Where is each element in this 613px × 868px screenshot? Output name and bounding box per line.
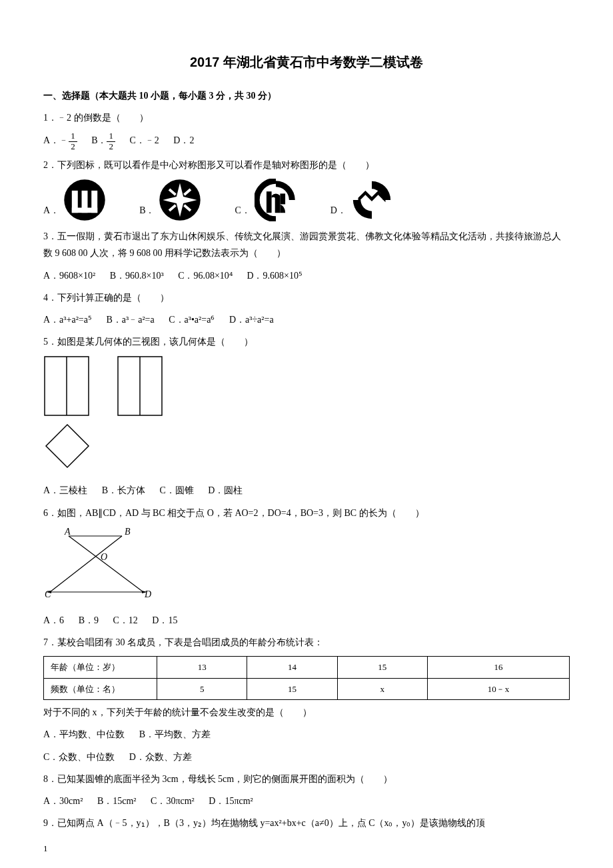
three-views-figure xyxy=(43,355,570,417)
side-view-icon xyxy=(117,355,163,417)
question-6-stem: 6．如图，AB∥CD，AD 与 BC 相交于点 O，若 AO=2，DO=4，BO… xyxy=(43,505,570,521)
option-a: A．平均数、中位数 xyxy=(43,726,125,743)
option-c: C．96.08×10⁴ xyxy=(178,267,233,284)
exam-title: 2017 年湖北省黄石市中考数学二模试卷 xyxy=(43,50,570,74)
option-b: B．9 xyxy=(79,612,99,629)
question-7-options-line1: A．平均数、中位数 B．平均数、方差 xyxy=(43,726,570,743)
option-b: B．12 xyxy=(91,131,115,151)
freq-cell: 15 xyxy=(247,678,337,699)
option-a-prefix: A．﹣ xyxy=(43,135,69,145)
freq-cell: x xyxy=(337,678,427,699)
top-view-figure xyxy=(43,422,570,475)
option-c-label: C． xyxy=(235,202,250,221)
front-view-icon xyxy=(43,355,90,417)
option-b: B．960.8×10³ xyxy=(110,267,164,284)
option-c: C．﹣2 xyxy=(129,132,159,149)
option-d: D．圆柱 xyxy=(208,482,243,499)
question-7-stem: 7．某校合唱团有 30 名成员，下表是合唱团成员的年龄分布统计表： xyxy=(43,634,570,651)
triangle-intersection-icon: A B C D O xyxy=(43,527,157,600)
option-d: D．9.608×10⁵ xyxy=(247,267,303,284)
logo-d-icon xyxy=(350,179,393,221)
freq-cell: 10﹣x xyxy=(428,678,570,699)
table-row: 频数（单位：名） 5 15 x 10﹣x xyxy=(44,678,570,699)
question-8-options: A．30cm² B．15cm² C．30πcm² D．15πcm² xyxy=(43,793,570,809)
option-a: A．30cm² xyxy=(43,793,83,809)
question-1-options: A．﹣12 B．12 C．﹣2 D．2 xyxy=(43,131,570,151)
top-view-diamond-icon xyxy=(43,422,91,470)
question-6-figure: A B C D O xyxy=(43,527,570,605)
option-c: C．众数、中位数 xyxy=(43,749,115,765)
question-7-tail: 对于不同的 x，下列关于年龄的统计量不会发生改变的是（ ） xyxy=(43,704,570,721)
row1-label: 年龄（单位：岁） xyxy=(44,657,157,678)
section-1-header: 一、选择题（本大题共 10 小题，每小题 3 分，共 30 分） xyxy=(43,87,570,104)
page-number: 1 xyxy=(43,841,570,856)
svg-rect-6 xyxy=(267,191,272,213)
age-cell: 13 xyxy=(157,657,247,678)
question-2-stem: 2．下列图标，既可以看作是中心对称图形又可以看作是轴对称图形的是（ ） xyxy=(43,157,570,173)
fraction-icon: 12 xyxy=(69,131,77,151)
option-c: C．12 xyxy=(113,612,137,629)
label-b: B xyxy=(125,527,131,537)
logo-b-icon xyxy=(159,179,201,221)
option-b: B．长方体 xyxy=(102,482,145,499)
option-d: D．众数、方差 xyxy=(129,749,192,765)
option-a: A．三棱柱 xyxy=(43,482,87,499)
question-1-stem: 1．﹣2 的倒数是（ ） xyxy=(43,109,570,126)
option-b: B． xyxy=(139,179,201,221)
question-8-stem: 8．已知某圆锥的底面半径为 3cm，母线长 5cm，则它的侧面展开图的面积为（ … xyxy=(43,771,570,787)
option-c: C．30πcm² xyxy=(151,793,195,809)
table-row: 年龄（单位：岁） 13 14 15 16 xyxy=(44,657,570,678)
freq-cell: 5 xyxy=(157,678,247,699)
svg-line-16 xyxy=(50,536,122,592)
option-c: C．圆锥 xyxy=(159,482,193,499)
question-9-stem: 9．已知两点 A（﹣5，y₁），B（3，y₂）均在抛物线 y=ax²+bx+c（… xyxy=(43,815,570,831)
logo-c-icon xyxy=(255,179,297,221)
question-5-options: A．三棱柱 B．长方体 C．圆锥 D．圆柱 xyxy=(43,482,570,499)
option-a: A．a³+a²=a⁵ xyxy=(43,311,92,328)
question-4-stem: 4．下列计算正确的是（ ） xyxy=(43,289,570,306)
option-d: D．a³÷a²=a xyxy=(229,311,274,328)
question-3-stem: 3．五一假期，黄石市退出了东方山休闲娱乐、传统文化展演、游园赏景赏花、佛教文化体… xyxy=(43,228,570,261)
label-d: D xyxy=(144,589,151,599)
logo-a-icon xyxy=(63,179,106,221)
option-d: D．15πcm² xyxy=(209,793,253,809)
option-d: D．15 xyxy=(152,612,177,629)
option-c: C．a³•a²=a⁶ xyxy=(169,311,215,328)
question-6-options: A．6 B．9 C．12 D．15 xyxy=(43,612,570,629)
question-7-table: 年龄（单位：岁） 13 14 15 16 频数（单位：名） 5 15 x 10﹣… xyxy=(43,656,570,700)
svg-marker-12 xyxy=(46,425,89,467)
question-4-options: A．a³+a²=a⁵ B．a³﹣a²=a C．a³•a²=a⁶ D．a³÷a²=… xyxy=(43,311,570,328)
question-3-options: A．9608×10² B．960.8×10³ C．96.08×10⁴ D．9.6… xyxy=(43,267,570,284)
option-b: B．a³﹣a²=a xyxy=(106,311,154,328)
question-5-stem: 5．如图是某几何体的三视图，该几何体是（ ） xyxy=(43,333,570,350)
option-a-label: A． xyxy=(43,202,59,221)
fraction-icon: 12 xyxy=(107,131,115,151)
option-b-prefix: B． xyxy=(91,135,107,145)
age-cell: 14 xyxy=(247,657,337,678)
row2-label: 频数（单位：名） xyxy=(44,678,157,699)
option-b-label: B． xyxy=(139,202,155,221)
svg-rect-4 xyxy=(72,208,97,213)
option-d-label: D． xyxy=(330,202,346,221)
option-a: A．9608×10² xyxy=(43,267,95,284)
svg-rect-7 xyxy=(280,194,285,205)
option-b: B．15cm² xyxy=(97,793,137,809)
option-a: A．6 xyxy=(43,612,64,629)
option-b: B．平均数、方差 xyxy=(139,726,211,743)
svg-line-15 xyxy=(69,536,143,592)
age-cell: 16 xyxy=(428,657,570,678)
label-c: C xyxy=(45,589,51,599)
label-o: O xyxy=(101,552,107,562)
option-d: D． xyxy=(330,179,393,221)
option-a: A．﹣12 xyxy=(43,131,77,151)
option-d: D．2 xyxy=(173,132,194,149)
label-a: A xyxy=(64,527,71,537)
option-c: C． xyxy=(235,179,297,221)
question-2-options: A． B． C． D． xyxy=(43,179,570,221)
option-a: A． xyxy=(43,179,106,221)
question-7-options-line2: C．众数、中位数 D．众数、方差 xyxy=(43,749,570,765)
age-cell: 15 xyxy=(337,657,427,678)
